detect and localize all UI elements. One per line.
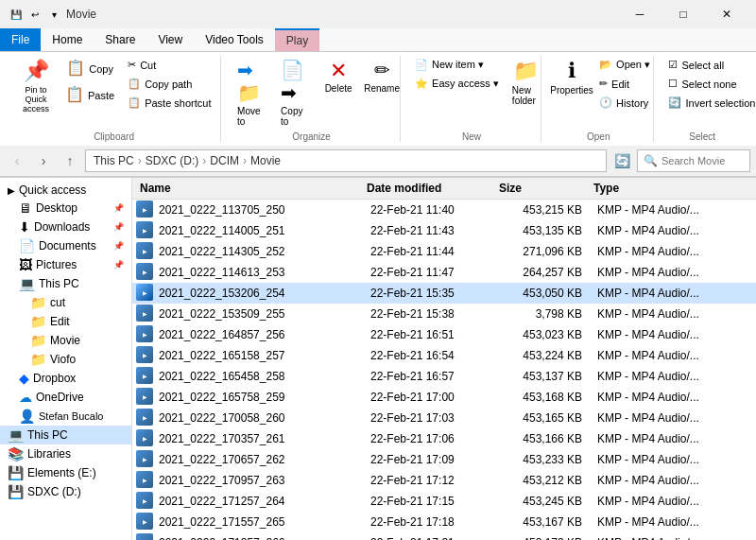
sidebar-item-label: OneDrive: [36, 391, 84, 404]
search-box[interactable]: 🔍: [637, 149, 750, 172]
search-input[interactable]: [662, 155, 737, 166]
up-btn[interactable]: ↑: [59, 149, 81, 172]
col-header-size[interactable]: Size: [491, 180, 586, 197]
close-btn[interactable]: ✕: [705, 0, 748, 28]
address-box[interactable]: This PC › SDXC (D:) › DCIM › Movie: [85, 149, 607, 172]
copy-to-btn[interactable]: 📄➡ Copy to: [274, 56, 316, 130]
sidebar-item-libraries[interactable]: 📚 Libraries: [0, 444, 131, 463]
table-row[interactable]: ▶ 2021_0222_165458_258 22-Feb-21 16:57 4…: [132, 366, 756, 387]
this-pc-icon: 💻: [19, 276, 35, 291]
tab-home[interactable]: Home: [41, 28, 94, 51]
properties-icon: ℹ: [568, 59, 576, 83]
sidebar-item-this-pc[interactable]: 💻 This PC: [0, 426, 131, 444]
sidebar-item-quick-access[interactable]: ▶ Quick access: [0, 182, 131, 199]
table-row[interactable]: ▶ 2021_0222_171857_266 22-Feb-21 17:21 4…: [132, 532, 756, 540]
ribbon-content: 📌 Pin to Quick access 📋 Copy 📋 Paste: [0, 52, 756, 146]
sidebar-item-label: Downloads: [34, 220, 90, 234]
addr-sdxc[interactable]: SDXC (D:): [146, 154, 199, 167]
properties-btn[interactable]: ℹ Properties: [551, 56, 593, 98]
paste-btn[interactable]: 📋 Paste: [59, 82, 121, 108]
ribbon: File Home Share View Video Tools Play 📌 …: [0, 28, 756, 178]
addr-dcim[interactable]: DCIM: [210, 154, 239, 167]
col-header-name[interactable]: Name: [132, 180, 359, 197]
addr-this-pc[interactable]: This PC: [94, 154, 134, 167]
open-btn[interactable]: 📂 Open ▾: [594, 56, 655, 74]
col-header-modified[interactable]: Date modified: [359, 180, 491, 197]
select-all-btn[interactable]: ☑ Select all: [663, 56, 756, 74]
sidebar-item-downloads[interactable]: ⬇ Downloads 📌: [0, 218, 131, 236]
table-row[interactable]: ▶ 2021_0222_170957_263 22-Feb-21 17:12 4…: [132, 470, 756, 491]
table-row[interactable]: ▶ 2021_0222_114305_252 22-Feb-21 11:44 2…: [132, 241, 756, 262]
col-header-type[interactable]: Type: [586, 180, 756, 197]
history-btn[interactable]: 🕐 History: [594, 94, 655, 112]
select-none-btn[interactable]: ☐ Select none: [663, 75, 756, 93]
table-row[interactable]: ▶ 2021_0222_114613_253 22-Feb-21 11:47 2…: [132, 262, 756, 283]
sidebar-item-desktop[interactable]: 🖥 Desktop 📌: [0, 199, 131, 218]
tab-share[interactable]: Share: [94, 28, 146, 51]
addr-movie[interactable]: Movie: [250, 154, 281, 167]
sidebar-item-viofo[interactable]: 📁 Viofo: [0, 350, 131, 369]
paste-label: Paste: [88, 90, 114, 101]
quick-access-undo-btn[interactable]: ↩: [26, 6, 43, 23]
table-row[interactable]: ▶ 2021_0222_114005_251 22-Feb-21 11:43 4…: [132, 220, 756, 241]
copy-path-btn[interactable]: 📋 Copy path: [123, 75, 215, 93]
file-thumbnail: ▶: [136, 263, 153, 280]
table-row[interactable]: ▶ 2021_0222_171557_265 22-Feb-21 17:18 4…: [132, 512, 756, 532]
table-row[interactable]: ▶ 2021_0222_113705_250 22-Feb-21 11:40 4…: [132, 200, 756, 220]
downloads-icon: ⬇: [19, 219, 30, 235]
file-icon: ▶: [136, 305, 155, 323]
file-thumbnail: ▶: [136, 513, 153, 530]
tab-view[interactable]: View: [146, 28, 194, 51]
paste-shortcut-btn[interactable]: 📋 Paste shortcut: [123, 94, 215, 112]
copy-btn[interactable]: 📋 Copy: [59, 56, 121, 81]
maximize-btn[interactable]: □: [662, 0, 705, 28]
move-to-btn[interactable]: ➡📁 Move to: [231, 56, 272, 130]
copy-path-label: Copy path: [145, 78, 192, 90]
table-row[interactable]: ▶ 2021_0222_170357_261 22-Feb-21 17:06 4…: [132, 428, 756, 449]
sidebar-item-onedrive[interactable]: ☁ OneDrive: [0, 388, 131, 407]
table-row[interactable]: ▶ 2021_0222_170657_262 22-Feb-21 17:09 4…: [132, 449, 756, 470]
sidebar-item-documents[interactable]: 📄 Documents 📌: [0, 236, 131, 255]
table-row[interactable]: ▶ 2021_0222_165758_259 22-Feb-21 17:00 4…: [132, 387, 756, 408]
file-icon: ▶: [136, 325, 155, 344]
table-row[interactable]: ▶ 2021_0222_170058_260 22-Feb-21 17:03 4…: [132, 408, 756, 428]
select-content: ☑ Select all ☐ Select none 🔄 Invert sele…: [663, 56, 741, 130]
delete-btn[interactable]: ✕ Delete: [318, 56, 359, 96]
sidebar-item-stefan[interactable]: 👤 Stefan Bucalo: [0, 407, 131, 426]
sidebar-item-movie[interactable]: 📁 Movie: [0, 331, 131, 350]
new-folder-btn[interactable]: 📁 New folder: [506, 56, 547, 109]
file-name: 2021_0222_170058_260: [159, 410, 363, 426]
pin-to-quick-access-btn[interactable]: 📌 Pin to Quick access: [15, 56, 57, 116]
forward-btn[interactable]: ›: [32, 149, 55, 172]
easy-access-btn[interactable]: ⭐ Easy access ▾: [410, 75, 504, 93]
edit-btn[interactable]: ✏ Edit: [594, 75, 655, 93]
sidebar-item-cut[interactable]: 📁 cut: [0, 293, 131, 312]
search-icon: 🔍: [644, 154, 658, 167]
sidebar-item-this-pc-expand[interactable]: 💻 This PC: [0, 274, 131, 293]
cut-btn[interactable]: ✂ Cut: [123, 56, 215, 74]
file-name: 2021_0222_113705_250: [159, 202, 363, 218]
table-row[interactable]: ▶ 2021_0222_153509_255 22-Feb-21 15:38 3…: [132, 304, 756, 324]
new-item-btn[interactable]: 📄 New item ▾: [410, 56, 504, 74]
folder-icon: 📁: [30, 295, 46, 310]
file-thumbnail: ▶: [136, 221, 153, 238]
tab-play[interactable]: Play: [275, 28, 319, 51]
sidebar-item-dropbox[interactable]: ◆ Dropbox: [0, 369, 131, 388]
new-folder-icon: 📁: [513, 59, 539, 83]
sidebar-item-pictures[interactable]: 🖼 Pictures 📌: [0, 255, 131, 274]
refresh-btn[interactable]: 🔄: [610, 149, 633, 172]
quick-access-save-btn[interactable]: 💾: [8, 6, 25, 23]
table-row[interactable]: ▶ 2021_0222_171257_264 22-Feb-21 17:15 4…: [132, 491, 756, 512]
table-row[interactable]: ▶ 2021_0222_164857_256 22-Feb-21 16:51 4…: [132, 324, 756, 345]
rename-btn[interactable]: ✏ Rename: [361, 56, 403, 96]
sidebar-item-sdxc[interactable]: 💾 SDXC (D:): [0, 482, 131, 501]
sidebar-item-elements[interactable]: 💾 Elements (E:): [0, 463, 131, 482]
invert-selection-btn[interactable]: 🔄 Invert selection: [663, 94, 756, 112]
tab-file[interactable]: File: [0, 28, 41, 51]
quick-access-dropdown-btn[interactable]: ▾: [45, 6, 62, 23]
table-row[interactable]: ▶ 2021_0222_153206_254 22-Feb-21 15:35 4…: [132, 283, 756, 304]
minimize-btn[interactable]: ─: [618, 0, 662, 28]
sidebar-item-edit[interactable]: 📁 Edit: [0, 312, 131, 331]
tab-video-tools[interactable]: Video Tools: [194, 28, 275, 51]
table-row[interactable]: ▶ 2021_0222_165158_257 22-Feb-21 16:54 4…: [132, 345, 756, 366]
